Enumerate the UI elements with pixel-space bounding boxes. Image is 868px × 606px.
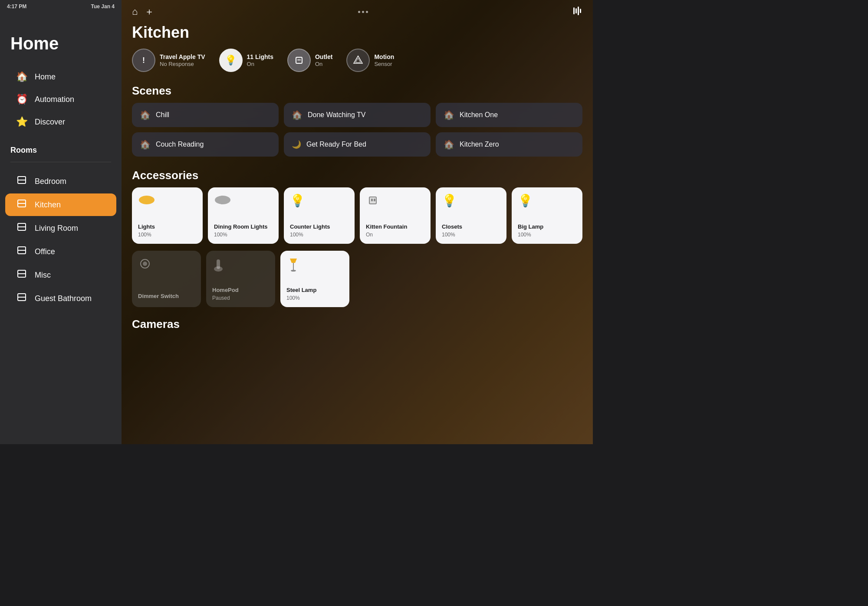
svg-rect-14 [578,7,579,15]
sidebar-item-bedroom[interactable]: Bedroom [5,170,116,193]
sidebar-item-guest-bathroom[interactable]: Guest Bathroom [5,287,116,310]
status-motion-sensor[interactable]: Motion Sensor [346,49,394,72]
accessory-closets[interactable]: 💡 Closets 100% [436,187,506,244]
accessories-grid: Lights 100% Dining Room Lights 100% 💡 Co… [122,187,593,251]
dot-1 [358,11,360,13]
office-icon [16,246,28,258]
automation-icon: ⏰ [16,94,28,105]
scene-done-watching-tv[interactable]: 🏠 Done Watching TV [284,103,431,127]
sidebar-item-discover[interactable]: ⭐ Discover [5,111,116,133]
more-dots [161,11,565,13]
big-lamp-icon: 💡 [518,193,576,208]
sidebar-item-kitchen[interactable]: Kitchen [5,193,116,216]
accessory-counter-lights[interactable]: 💡 Counter Lights 100% [284,187,355,244]
outlet-icon-circle [287,49,311,72]
scene-kitchen-one[interactable]: 🏠 Kitchen One [436,103,582,127]
steel-lamp-icon [286,257,343,274]
counter-lights-name: Counter Lights [290,223,349,231]
scene-kitchen-zero[interactable]: 🏠 Kitchen Zero [436,132,582,157]
accessory-dimmer-switch[interactable]: Dimmer Switch [132,251,201,307]
svg-marker-19 [354,56,362,63]
svg-point-22 [215,196,230,204]
dining-lights-name: Dining Room Lights [214,223,273,231]
motion-sub: Sensor [374,61,394,67]
lights-text: 11 Lights On [247,53,273,67]
kitten-fountain-icon [366,193,424,209]
home-nav-icon[interactable]: ⌂ [132,6,138,17]
home-icon: 🏠 [16,71,28,82]
dot-3 [366,11,368,13]
lights-sub: On [247,61,273,67]
sidebar-header: Home [0,13,122,62]
counter-lights-status: 100% [290,232,349,238]
homepod-icon [212,257,269,274]
accessory-lights[interactable]: Lights 100% [132,187,203,244]
bedroom-icon [16,175,28,187]
svg-rect-29 [217,259,220,269]
status-outlet[interactable]: Outlet On [287,49,332,72]
scene-couch-reading-label: Couch Reading [156,141,204,148]
lights-name: Lights [138,223,197,231]
lights-icon-circle: 💡 [219,49,243,72]
sidebar-guest-bathroom-label: Guest Bathroom [35,294,92,303]
svg-marker-30 [290,259,297,263]
sidebar-kitchen-label: Kitchen [35,200,61,210]
accessory-steel-lamp[interactable]: Steel Lamp 100% [280,251,349,307]
sidebar-item-living-room[interactable]: Living Room [5,217,116,239]
siri-icon[interactable] [572,6,582,18]
closets-icon: 💡 [442,193,500,208]
sidebar-discover-label: Discover [35,118,65,127]
dimmer-switch-icon [138,257,195,272]
sidebar-item-misc[interactable]: Misc [5,264,116,286]
apple-tv-text: Travel Apple TV No Response [160,53,205,67]
sidebar-bedroom-label: Bedroom [35,177,66,186]
sidebar-item-home[interactable]: 🏠 Home [5,66,116,88]
scene-get-ready-for-bed[interactable]: 🌙 Get Ready For Bed [284,132,431,157]
discover-icon: ⭐ [16,116,28,128]
svg-rect-13 [575,8,577,13]
sidebar-item-office[interactable]: Office [5,240,116,263]
scene-chill[interactable]: 🏠 Chill [132,103,279,127]
counter-lights-icon: 💡 [290,193,349,208]
status-apple-tv[interactable]: ! Travel Apple TV No Response [132,49,205,72]
accessory-big-lamp[interactable]: 💡 Big Lamp 100% [512,187,582,244]
scenes-section-title: Scenes [122,81,593,103]
scene-couch-reading-icon: 🏠 [140,139,151,150]
sidebar-item-automation[interactable]: ⏰ Automation [5,88,116,110]
kitten-fountain-name: Kitten Fountain [366,223,424,231]
lights-label: 11 Lights [247,53,273,61]
main-scroll-area[interactable]: ⌂ ＋ Kitchen ! Travel Apple TV No Respons [122,0,593,444]
svg-point-21 [139,196,155,204]
dining-lights-status: 100% [214,232,273,238]
big-lamp-name: Big Lamp [518,223,576,231]
scene-chill-label: Chill [156,111,169,119]
add-icon[interactable]: ＋ [145,5,154,18]
status-row: ! Travel Apple TV No Response 💡 11 Light… [122,49,593,81]
top-bar: ⌂ ＋ [122,0,593,22]
steel-lamp-status: 100% [286,295,343,301]
svg-rect-18 [299,59,300,61]
status-lights[interactable]: 💡 11 Lights On [219,49,273,72]
living-room-icon [16,222,28,234]
svg-rect-24 [371,199,373,201]
accessory-homepod[interactable]: HomePod Paused [206,251,275,307]
outlet-text: Outlet On [315,53,332,67]
scene-kitchen-one-label: Kitchen One [460,111,498,119]
sidebar-home-label: Home [35,72,56,82]
dimmer-switch-name: Dimmer Switch [138,293,195,300]
apple-tv-warning-icon: ! [132,49,155,72]
svg-point-27 [143,262,147,266]
rooms-section-title: Rooms [0,137,122,158]
svg-rect-31 [293,263,294,271]
svg-point-32 [291,270,296,272]
scene-couch-reading[interactable]: 🏠 Couch Reading [132,132,279,157]
steel-lamp-name: Steel Lamp [286,287,343,294]
accessory-dining-room-lights[interactable]: Dining Room Lights 100% [208,187,279,244]
svg-rect-12 [573,7,575,14]
scenes-grid: 🏠 Chill 🏠 Done Watching TV 🏠 Kitchen One… [122,103,593,165]
sidebar-navigation: 🏠 Home ⏰ Automation ⭐ Discover [0,62,122,137]
guest-bathroom-icon [16,292,28,305]
lights-accessory-icon [138,193,197,208]
cameras-section-title: Cameras [122,314,593,336]
accessory-kitten-fountain[interactable]: Kitten Fountain On [360,187,431,244]
